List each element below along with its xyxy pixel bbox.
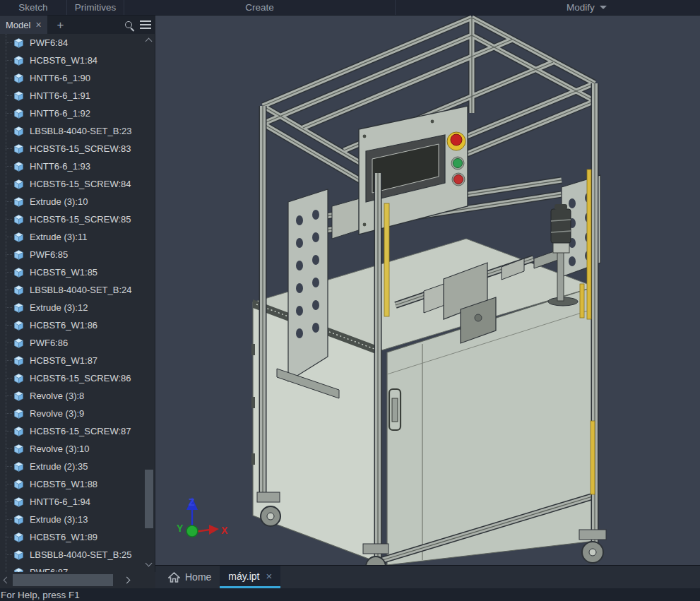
tree-item[interactable]: HCBST6-15_SCREW:86	[0, 369, 144, 387]
tree-item-label: Extrude (3):13	[30, 514, 88, 525]
tree-connector	[6, 360, 12, 361]
ribbon-tab-primitives[interactable]: Primitives	[67, 0, 124, 15]
tree-item-label: HCBST6_W1:87	[30, 355, 97, 366]
tree-item[interactable]: HNTT6-6_1:90	[0, 69, 144, 87]
model-tree: PWF6:84 HCBST6_W1:84	[0, 34, 144, 572]
tree-item[interactable]: HNTT6-6_1:94	[0, 493, 144, 511]
tree-item[interactable]: Extrude (3):13	[0, 511, 144, 528]
tree-item-label: PWF6:85	[30, 249, 68, 260]
tree-item-label: LBSBL8-4040-SET_B:24	[30, 285, 132, 295]
tree-item[interactable]: HNTT6-6_1:92	[0, 105, 144, 122]
part-cube-icon	[13, 126, 25, 137]
tree-connector	[6, 166, 12, 167]
part-cube-icon	[13, 373, 25, 384]
tree-item-label: HCBST6_W1:89	[30, 532, 97, 542]
3d-viewport[interactable]: Z X Y	[155, 16, 700, 565]
tree-item[interactable]: Revolve (3):10	[0, 440, 144, 458]
tree-item[interactable]: Revolve (3):9	[0, 405, 144, 422]
tree-item-label: Extrude (2):35	[30, 461, 88, 472]
tree-connector	[6, 42, 12, 43]
part-cube-icon	[13, 391, 25, 402]
tree-item-label: HCBST6_W1:86	[30, 320, 97, 331]
tree-item[interactable]: HCBST6_W1:84	[0, 52, 144, 69]
tree-item[interactable]: PWF6:84	[0, 34, 144, 52]
tree-item[interactable]: Extrude (3):12	[0, 299, 144, 316]
tree-item[interactable]: Extrude (2):35	[0, 458, 144, 475]
tree-item[interactable]: HCBST6_W1:86	[0, 316, 144, 334]
scroll-up-icon[interactable]	[146, 38, 153, 45]
tree-connector	[6, 290, 12, 290]
tree-item-label: HNTT6-6_1:91	[30, 90, 90, 101]
tree-item[interactable]: HCBST6_W1:88	[0, 475, 144, 493]
tree-connector	[6, 466, 12, 467]
tree-item[interactable]: Revolve (3):8	[0, 387, 144, 405]
tree-item-label: HNTT6-6_1:92	[30, 108, 90, 119]
tree-connector	[6, 325, 12, 326]
menu-icon[interactable]	[140, 20, 151, 29]
tree-item[interactable]: HNTT6-6_1:91	[0, 87, 144, 105]
horizontal-scroll-thumb[interactable]	[13, 574, 113, 586]
tree-item[interactable]: Extrude (3):11	[0, 228, 144, 246]
tree-item[interactable]: HCBST6-15_SCREW:87	[0, 422, 144, 440]
tab-home[interactable]: Home	[160, 566, 220, 588]
emergency-stop-button[interactable]	[447, 132, 465, 150]
tree-connector	[6, 378, 12, 379]
tree-connector	[6, 519, 12, 520]
vertical-scroll-thumb[interactable]	[145, 470, 153, 528]
tree-item-label: HNTT6-6_1:93	[30, 161, 90, 172]
3d-model-machine[interactable]: Z X Y	[155, 16, 700, 565]
part-cube-icon	[13, 444, 25, 455]
tree-connector	[6, 537, 12, 537]
part-cube-icon	[13, 408, 25, 419]
tree-item[interactable]: PWF6:85	[0, 246, 144, 263]
tree-item[interactable]: HCBST6-15_SCREW:85	[0, 210, 144, 228]
tree-item-label: Revolve (3):10	[30, 444, 90, 454]
tree-item[interactable]: PWF6:86	[0, 334, 144, 352]
tree-item[interactable]: LBSBL8-4040-SET_B:23	[0, 122, 144, 140]
tree-item[interactable]: HCBST6_W1:85	[0, 263, 144, 281]
ribbon-tab-modify[interactable]: Modify	[396, 0, 700, 15]
close-icon[interactable]: ×	[266, 571, 272, 581]
close-icon[interactable]: ×	[35, 20, 41, 30]
y-axis-label: Y	[177, 523, 184, 534]
tree-item[interactable]: LBSBL8-4040-SET_B:24	[0, 281, 144, 299]
add-panel-button[interactable]: +	[57, 19, 64, 31]
part-cube-icon	[13, 143, 25, 155]
tab-home-label: Home	[185, 571, 211, 583]
tab-document-may-ipt[interactable]: máy.ipt ×	[220, 566, 280, 588]
tree-connector	[6, 95, 12, 96]
tree-item[interactable]: HCBST6_W1:87	[0, 352, 144, 369]
start-button-green[interactable]	[451, 157, 464, 169]
tree-item[interactable]: PWF6:87	[0, 564, 144, 572]
tree-item-label: HCBST6-15_SCREW:84	[30, 179, 131, 189]
tab-document-label: máy.ipt	[228, 571, 259, 582]
tree-horizontal-scrollbar[interactable]	[0, 572, 155, 588]
tree-item[interactable]: LBSBL8-4040-SET_B:25	[0, 546, 144, 564]
scroll-left-icon[interactable]	[4, 577, 11, 584]
part-cube-icon	[13, 302, 25, 314]
tree-item[interactable]: HCBST6-15_SCREW:83	[0, 140, 144, 157]
tree-connector	[6, 78, 12, 78]
stop-button-red[interactable]	[452, 173, 465, 186]
ribbon-tab-sketch[interactable]: Sketch	[0, 0, 67, 15]
part-cube-icon	[13, 496, 25, 508]
tree-item[interactable]: HNTT6-6_1:93	[0, 157, 144, 175]
home-icon	[168, 572, 180, 583]
caster-wheel-right[interactable]	[579, 530, 606, 563]
ribbon-tab-create[interactable]: Create	[124, 0, 396, 15]
search-icon[interactable]	[125, 21, 132, 28]
document-tab-bar: Home máy.ipt ×	[155, 565, 700, 588]
scroll-right-icon[interactable]	[124, 577, 131, 584]
ribbon-tab-primitives-label: Primitives	[75, 2, 117, 13]
part-cube-icon	[13, 320, 25, 331]
tree-connector	[6, 395, 12, 396]
model-panel-tab[interactable]: Model ×	[0, 16, 47, 34]
tree-vertical-scrollbar[interactable]	[143, 34, 155, 572]
tree-item[interactable]: Extrude (3):10	[0, 193, 144, 210]
tree-item-label: HNTT6-6_1:90	[30, 73, 90, 83]
scroll-down-icon[interactable]	[146, 560, 153, 567]
tree-item[interactable]: HCBST6_W1:89	[0, 528, 144, 546]
tree-item[interactable]: HCBST6-15_SCREW:84	[0, 175, 144, 193]
part-cube-icon	[13, 285, 25, 296]
tree-item-label: HCBST6_W1:85	[30, 267, 97, 278]
